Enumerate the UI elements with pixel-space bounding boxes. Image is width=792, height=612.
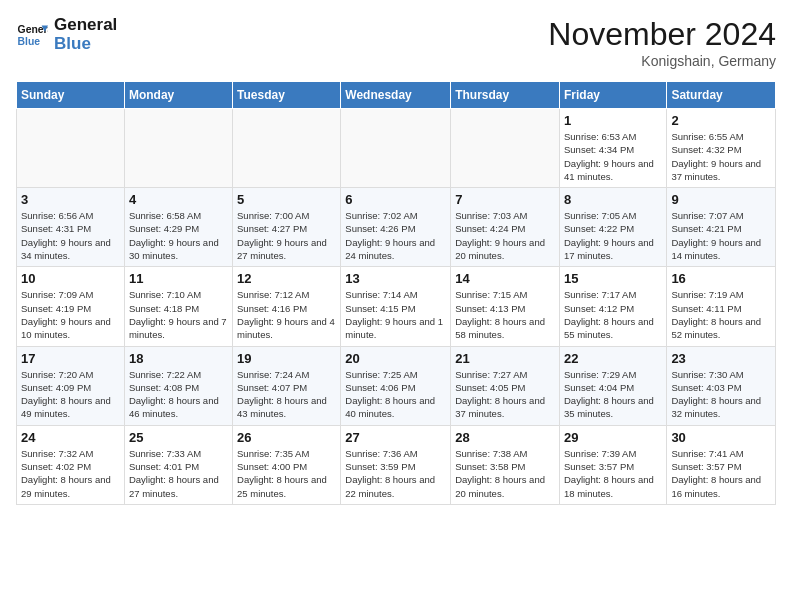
- day-number: 28: [455, 430, 555, 445]
- day-info: Sunrise: 7:07 AMSunset: 4:21 PMDaylight:…: [671, 209, 771, 262]
- calendar-cell: 17Sunrise: 7:20 AMSunset: 4:09 PMDayligh…: [17, 346, 125, 425]
- day-number: 18: [129, 351, 228, 366]
- calendar-cell: 18Sunrise: 7:22 AMSunset: 4:08 PMDayligh…: [124, 346, 232, 425]
- calendar-cell: 25Sunrise: 7:33 AMSunset: 4:01 PMDayligh…: [124, 425, 232, 504]
- calendar-week-4: 17Sunrise: 7:20 AMSunset: 4:09 PMDayligh…: [17, 346, 776, 425]
- day-info: Sunrise: 7:36 AMSunset: 3:59 PMDaylight:…: [345, 447, 446, 500]
- day-info: Sunrise: 7:10 AMSunset: 4:18 PMDaylight:…: [129, 288, 228, 341]
- calendar-cell: 11Sunrise: 7:10 AMSunset: 4:18 PMDayligh…: [124, 267, 232, 346]
- day-info: Sunrise: 6:55 AMSunset: 4:32 PMDaylight:…: [671, 130, 771, 183]
- day-number: 8: [564, 192, 662, 207]
- calendar-cell: 21Sunrise: 7:27 AMSunset: 4:05 PMDayligh…: [451, 346, 560, 425]
- day-number: 17: [21, 351, 120, 366]
- day-number: 9: [671, 192, 771, 207]
- calendar-cell: 6Sunrise: 7:02 AMSunset: 4:26 PMDaylight…: [341, 188, 451, 267]
- day-info: Sunrise: 7:12 AMSunset: 4:16 PMDaylight:…: [237, 288, 336, 341]
- day-info: Sunrise: 7:25 AMSunset: 4:06 PMDaylight:…: [345, 368, 446, 421]
- day-number: 10: [21, 271, 120, 286]
- calendar-header-row: SundayMondayTuesdayWednesdayThursdayFrid…: [17, 82, 776, 109]
- day-info: Sunrise: 7:41 AMSunset: 3:57 PMDaylight:…: [671, 447, 771, 500]
- logo-general: General: [54, 16, 117, 35]
- day-number: 21: [455, 351, 555, 366]
- calendar-cell: 15Sunrise: 7:17 AMSunset: 4:12 PMDayligh…: [559, 267, 666, 346]
- day-number: 5: [237, 192, 336, 207]
- day-info: Sunrise: 6:53 AMSunset: 4:34 PMDaylight:…: [564, 130, 662, 183]
- day-info: Sunrise: 7:02 AMSunset: 4:26 PMDaylight:…: [345, 209, 446, 262]
- header-tuesday: Tuesday: [233, 82, 341, 109]
- day-info: Sunrise: 7:20 AMSunset: 4:09 PMDaylight:…: [21, 368, 120, 421]
- calendar-cell: 12Sunrise: 7:12 AMSunset: 4:16 PMDayligh…: [233, 267, 341, 346]
- calendar-cell: 26Sunrise: 7:35 AMSunset: 4:00 PMDayligh…: [233, 425, 341, 504]
- day-number: 1: [564, 113, 662, 128]
- header-thursday: Thursday: [451, 82, 560, 109]
- day-number: 29: [564, 430, 662, 445]
- day-number: 7: [455, 192, 555, 207]
- day-number: 12: [237, 271, 336, 286]
- day-number: 27: [345, 430, 446, 445]
- calendar-cell: 23Sunrise: 7:30 AMSunset: 4:03 PMDayligh…: [667, 346, 776, 425]
- day-number: 23: [671, 351, 771, 366]
- calendar-cell: 3Sunrise: 6:56 AMSunset: 4:31 PMDaylight…: [17, 188, 125, 267]
- header-friday: Friday: [559, 82, 666, 109]
- day-info: Sunrise: 7:35 AMSunset: 4:00 PMDaylight:…: [237, 447, 336, 500]
- calendar-cell: 19Sunrise: 7:24 AMSunset: 4:07 PMDayligh…: [233, 346, 341, 425]
- calendar-week-3: 10Sunrise: 7:09 AMSunset: 4:19 PMDayligh…: [17, 267, 776, 346]
- calendar-cell: 13Sunrise: 7:14 AMSunset: 4:15 PMDayligh…: [341, 267, 451, 346]
- title-block: November 2024 Konigshain, Germany: [548, 16, 776, 69]
- day-info: Sunrise: 7:14 AMSunset: 4:15 PMDaylight:…: [345, 288, 446, 341]
- day-info: Sunrise: 7:38 AMSunset: 3:58 PMDaylight:…: [455, 447, 555, 500]
- calendar-cell: 30Sunrise: 7:41 AMSunset: 3:57 PMDayligh…: [667, 425, 776, 504]
- day-info: Sunrise: 7:32 AMSunset: 4:02 PMDaylight:…: [21, 447, 120, 500]
- day-info: Sunrise: 7:33 AMSunset: 4:01 PMDaylight:…: [129, 447, 228, 500]
- calendar-week-1: 1Sunrise: 6:53 AMSunset: 4:34 PMDaylight…: [17, 109, 776, 188]
- logo: General Blue General Blue: [16, 16, 117, 53]
- calendar-cell: 2Sunrise: 6:55 AMSunset: 4:32 PMDaylight…: [667, 109, 776, 188]
- calendar-cell: 29Sunrise: 7:39 AMSunset: 3:57 PMDayligh…: [559, 425, 666, 504]
- day-number: 16: [671, 271, 771, 286]
- calendar-cell: 10Sunrise: 7:09 AMSunset: 4:19 PMDayligh…: [17, 267, 125, 346]
- day-number: 14: [455, 271, 555, 286]
- logo-blue: Blue: [54, 35, 117, 54]
- calendar-cell: 8Sunrise: 7:05 AMSunset: 4:22 PMDaylight…: [559, 188, 666, 267]
- day-number: 24: [21, 430, 120, 445]
- day-number: 25: [129, 430, 228, 445]
- day-info: Sunrise: 6:58 AMSunset: 4:29 PMDaylight:…: [129, 209, 228, 262]
- day-number: 15: [564, 271, 662, 286]
- calendar-cell: 14Sunrise: 7:15 AMSunset: 4:13 PMDayligh…: [451, 267, 560, 346]
- header-monday: Monday: [124, 82, 232, 109]
- calendar-cell: 5Sunrise: 7:00 AMSunset: 4:27 PMDaylight…: [233, 188, 341, 267]
- day-info: Sunrise: 7:03 AMSunset: 4:24 PMDaylight:…: [455, 209, 555, 262]
- header-sunday: Sunday: [17, 82, 125, 109]
- calendar-cell: 22Sunrise: 7:29 AMSunset: 4:04 PMDayligh…: [559, 346, 666, 425]
- page-header: General Blue General Blue November 2024 …: [16, 16, 776, 69]
- calendar-cell: [341, 109, 451, 188]
- location-subtitle: Konigshain, Germany: [548, 53, 776, 69]
- svg-text:Blue: Blue: [18, 35, 41, 46]
- day-info: Sunrise: 7:22 AMSunset: 4:08 PMDaylight:…: [129, 368, 228, 421]
- day-info: Sunrise: 7:29 AMSunset: 4:04 PMDaylight:…: [564, 368, 662, 421]
- calendar-cell: 9Sunrise: 7:07 AMSunset: 4:21 PMDaylight…: [667, 188, 776, 267]
- calendar-cell: [233, 109, 341, 188]
- calendar-cell: 28Sunrise: 7:38 AMSunset: 3:58 PMDayligh…: [451, 425, 560, 504]
- day-info: Sunrise: 7:30 AMSunset: 4:03 PMDaylight:…: [671, 368, 771, 421]
- day-number: 22: [564, 351, 662, 366]
- month-title: November 2024: [548, 16, 776, 53]
- day-info: Sunrise: 7:17 AMSunset: 4:12 PMDaylight:…: [564, 288, 662, 341]
- calendar-cell: 4Sunrise: 6:58 AMSunset: 4:29 PMDaylight…: [124, 188, 232, 267]
- calendar-week-5: 24Sunrise: 7:32 AMSunset: 4:02 PMDayligh…: [17, 425, 776, 504]
- day-number: 13: [345, 271, 446, 286]
- calendar-cell: [451, 109, 560, 188]
- header-wednesday: Wednesday: [341, 82, 451, 109]
- day-number: 6: [345, 192, 446, 207]
- calendar-cell: 27Sunrise: 7:36 AMSunset: 3:59 PMDayligh…: [341, 425, 451, 504]
- day-info: Sunrise: 7:19 AMSunset: 4:11 PMDaylight:…: [671, 288, 771, 341]
- calendar-cell: 16Sunrise: 7:19 AMSunset: 4:11 PMDayligh…: [667, 267, 776, 346]
- day-number: 3: [21, 192, 120, 207]
- day-number: 20: [345, 351, 446, 366]
- day-info: Sunrise: 7:39 AMSunset: 3:57 PMDaylight:…: [564, 447, 662, 500]
- day-info: Sunrise: 6:56 AMSunset: 4:31 PMDaylight:…: [21, 209, 120, 262]
- calendar-cell: [17, 109, 125, 188]
- day-number: 26: [237, 430, 336, 445]
- day-number: 11: [129, 271, 228, 286]
- calendar-cell: [124, 109, 232, 188]
